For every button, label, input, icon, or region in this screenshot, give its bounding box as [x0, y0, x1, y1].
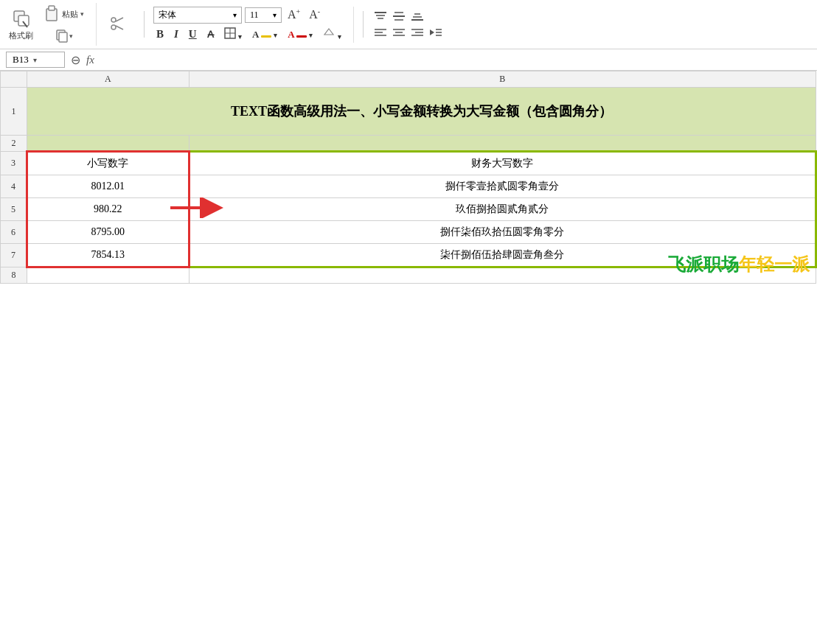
fx-label: fx — [86, 54, 94, 66]
svg-point-8 — [111, 25, 116, 29]
erase-format-button[interactable]: ▾ — [320, 27, 344, 43]
row-header-3: 3 — [1, 152, 27, 175]
row-header-2: 2 — [1, 136, 27, 152]
format-painter-button[interactable]: 格式刷 — [6, 7, 36, 43]
row-header-8: 8 — [1, 267, 27, 284]
cell-a5[interactable]: 980.22 — [27, 198, 189, 221]
font-color-button[interactable]: A ▾ — [285, 28, 316, 41]
svg-line-10 — [116, 26, 123, 29]
cell-b8[interactable] — [189, 267, 816, 284]
cell-b3[interactable]: 财务大写数字 — [189, 152, 816, 175]
sheet-area: A B 1 TEXT函数高级用法一、小写金额转换为大写金额（包含圆角分） 2 3… — [0, 71, 817, 284]
cell-reference-box[interactable]: B13 ▾ — [6, 52, 65, 68]
svg-rect-4 — [49, 6, 55, 10]
cell-b5[interactable]: 玖佰捌拾圆贰角贰分 — [189, 198, 816, 221]
title-cell[interactable]: TEXT函数高级用法一、小写金额转换为大写金额（包含圆角分） — [27, 88, 816, 136]
cell-b2[interactable] — [189, 136, 816, 152]
row-header-7: 7 — [1, 244, 27, 267]
table-row: 2 — [1, 136, 816, 152]
cell-b4[interactable]: 捌仟零壹拾贰圆零角壹分 — [189, 175, 816, 198]
font-name-selector[interactable]: 宋体 ▾ — [153, 7, 242, 24]
align-top-button[interactable] — [372, 10, 389, 23]
cell-a8[interactable] — [27, 267, 189, 284]
table-row: 1 TEXT函数高级用法一、小写金额转换为大写金额（包含圆角分） — [1, 88, 816, 136]
formula-input[interactable] — [100, 53, 811, 67]
alignment-group — [372, 10, 453, 39]
fill-color-button[interactable]: A ▾ — [249, 28, 280, 41]
col-header-b[interactable]: B — [189, 71, 816, 88]
table-row: 5 980.22 — [1, 198, 816, 221]
font-increase-button[interactable]: A+ — [285, 7, 303, 22]
zoom-search-icon[interactable]: ⊖ — [71, 53, 80, 67]
svg-rect-1 — [18, 15, 29, 26]
copy-format-button[interactable]: ▾ — [52, 27, 76, 46]
align-center-button[interactable] — [391, 26, 407, 39]
cell-b6[interactable]: 捌仟柒佰玖拾伍圆零角零分 — [189, 221, 816, 244]
table-row: 7 7854.13 柒仟捌佰伍拾肆圆壹角叁分 — [1, 244, 816, 267]
paste-button[interactable]: 粘贴 ▾ — [41, 3, 87, 25]
border-button[interactable]: ▾ — [221, 27, 245, 43]
table-row: 3 小写数字 财务大写数字 — [1, 152, 816, 175]
svg-marker-14 — [324, 29, 333, 35]
corner-header — [1, 71, 27, 88]
italic-button[interactable]: I — [171, 27, 181, 41]
clipboard-group: 格式刷 粘贴 ▾ ▾ — [6, 3, 97, 46]
indent-button[interactable] — [428, 26, 444, 39]
svg-line-9 — [116, 18, 123, 21]
col-header-a[interactable]: A — [27, 71, 189, 88]
table-row: 4 8012.01 捌仟零壹拾贰圆零角壹分 — [1, 175, 816, 198]
row-header-1: 1 — [1, 88, 27, 136]
row-header-6: 6 — [1, 221, 27, 244]
strikethrough-button[interactable]: A̶ — [204, 28, 217, 41]
align-left-button[interactable] — [372, 26, 389, 39]
cell-a2[interactable] — [27, 136, 189, 152]
underline-button[interactable]: U — [186, 27, 200, 41]
svg-marker-33 — [430, 29, 434, 35]
cell-a6[interactable]: 8795.00 — [27, 221, 189, 244]
row-header-4: 4 — [1, 175, 27, 198]
formula-bar: B13 ▾ ⊖ fx — [0, 49, 817, 71]
svg-point-7 — [111, 18, 116, 22]
table-row: 8 — [1, 267, 816, 284]
align-right-button[interactable] — [409, 26, 425, 39]
scissors-button[interactable] — [105, 13, 129, 35]
ribbon: 格式刷 粘贴 ▾ ▾ — [0, 0, 817, 49]
font-group: 宋体 ▾ 11 ▾ A+ A- B I U A̶ — [153, 7, 354, 43]
font-decrease-button[interactable]: A- — [306, 7, 323, 22]
cell-a3[interactable]: 小写数字 — [27, 152, 189, 175]
align-bottom-button[interactable] — [409, 10, 425, 23]
table-row: 6 8795.00 捌仟柒佰玖拾伍圆零角零分 — [1, 221, 816, 244]
align-middle-button[interactable] — [391, 10, 407, 23]
font-size-selector[interactable]: 11 ▾ — [245, 7, 282, 23]
spreadsheet: A B 1 TEXT函数高级用法一、小写金额转换为大写金额（包含圆角分） 2 3… — [0, 71, 817, 284]
svg-rect-6 — [59, 32, 67, 42]
cell-a4[interactable]: 8012.01 — [27, 175, 189, 198]
bold-button[interactable]: B — [153, 27, 167, 41]
cell-a7[interactable]: 7854.13 — [27, 244, 189, 267]
row-header-5: 5 — [1, 198, 27, 221]
cell-b7[interactable]: 柒仟捌佰伍拾肆圆壹角叁分 — [189, 244, 816, 267]
